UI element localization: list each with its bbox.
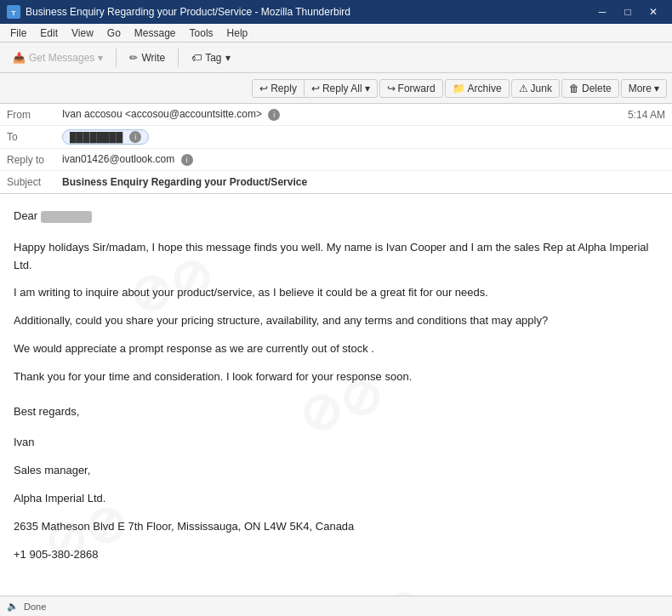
status-speaker-icon: 🔈 bbox=[7, 601, 19, 612]
to-recipient-box: ████████ i bbox=[62, 129, 149, 145]
to-value: ████████ i bbox=[62, 129, 665, 145]
from-label: From bbox=[7, 109, 62, 121]
more-label: More bbox=[629, 83, 652, 94]
from-info-icon[interactable]: i bbox=[268, 109, 280, 121]
delete-button[interactable]: 🗑 Delete bbox=[561, 79, 619, 98]
titlebar: T Business Enquiry Regarding your Produc… bbox=[0, 0, 672, 24]
reply-all-icon: ↩ bbox=[311, 83, 320, 94]
email-body-3: Additionally, could you share your prici… bbox=[14, 312, 658, 330]
menu-view[interactable]: View bbox=[65, 26, 100, 41]
tag-dropdown-icon: ▾ bbox=[225, 52, 231, 64]
maximize-button[interactable]: □ bbox=[616, 3, 640, 20]
email-headers: From Ivan accosou <accosou@accountsitte.… bbox=[0, 104, 672, 194]
email-time: 5:14 AM bbox=[628, 109, 665, 121]
replyto-info-icon[interactable]: i bbox=[181, 154, 193, 166]
more-dropdown-icon: ▾ bbox=[654, 83, 659, 94]
signature-phone: +1 905-380-2868 bbox=[14, 546, 658, 564]
reply-all-label: Reply All bbox=[322, 83, 362, 94]
actionbar: ↩ Reply ↩ Reply All ▾ ↪ Forward 📁 Archiv… bbox=[0, 73, 672, 104]
from-value: Ivan accosou <accosou@accountsitte.com> … bbox=[62, 108, 628, 121]
junk-button[interactable]: ⚠ Junk bbox=[511, 79, 560, 98]
forward-label: Forward bbox=[398, 83, 436, 94]
menu-message[interactable]: Message bbox=[128, 26, 183, 41]
recipient-name-blurred bbox=[41, 211, 92, 223]
to-info-icon[interactable]: i bbox=[129, 131, 141, 143]
forward-icon: ↪ bbox=[387, 83, 396, 94]
menu-go[interactable]: Go bbox=[100, 26, 128, 41]
toolbar-separator-1 bbox=[116, 48, 117, 67]
signature-address: 2635 Matheson Blvd E 7th Floor, Mississa… bbox=[14, 518, 658, 536]
window-controls: ─ □ ✕ bbox=[590, 3, 665, 20]
reply-group: ↩ Reply ↩ Reply All ▾ bbox=[252, 79, 377, 98]
get-messages-dropdown-icon: ▾ bbox=[98, 52, 103, 64]
signature-title: Sales manager, bbox=[14, 462, 658, 480]
menu-edit[interactable]: Edit bbox=[33, 26, 65, 41]
more-button[interactable]: More ▾ bbox=[621, 79, 667, 98]
archive-icon: 📁 bbox=[453, 83, 465, 94]
app-window: T Business Enquiry Regarding your Produc… bbox=[0, 0, 672, 616]
replyto-text: ivan01426@outlook.com bbox=[62, 153, 174, 165]
tag-button[interactable]: 🏷 Tag ▾ bbox=[184, 48, 237, 68]
reply-icon: ↩ bbox=[259, 83, 268, 94]
signature-company: Alpha Imperial Ltd. bbox=[14, 490, 658, 508]
reply-all-button[interactable]: ↩ Reply All ▾ bbox=[304, 80, 377, 97]
email-body-5: Thank you for your time and consideratio… bbox=[14, 368, 658, 386]
menu-file[interactable]: File bbox=[3, 26, 33, 41]
get-messages-label: Get Messages bbox=[29, 52, 94, 64]
forward-button[interactable]: ↪ Forward bbox=[379, 79, 443, 98]
titlebar-left: T Business Enquiry Regarding your Produc… bbox=[7, 5, 350, 19]
from-text: Ivan accosou <accosou@accountsitte.com> bbox=[62, 108, 262, 120]
toolbar-separator-2 bbox=[178, 48, 179, 67]
email-body-2: I am writing to inquire about your produ… bbox=[14, 284, 658, 302]
delete-icon: 🗑 bbox=[569, 83, 579, 94]
tag-label: Tag bbox=[205, 52, 221, 64]
archive-button[interactable]: 📁 Archive bbox=[445, 79, 510, 98]
reply-all-dropdown-icon: ▾ bbox=[365, 83, 370, 94]
watermark-4: ⊘⊘ bbox=[329, 565, 437, 596]
to-recipient-text: ████████ bbox=[70, 132, 122, 142]
from-row: From Ivan accosou <accosou@accountsitte.… bbox=[0, 104, 672, 126]
replyto-row: Reply to ivan01426@outlook.com i bbox=[0, 149, 672, 171]
signature-name: Ivan bbox=[14, 434, 658, 452]
reply-button[interactable]: ↩ Reply bbox=[253, 80, 304, 97]
statusbar: 🔈 Done bbox=[0, 596, 672, 616]
subject-row: Subject Business Enquiry Regarding your … bbox=[0, 171, 672, 193]
close-button[interactable]: ✕ bbox=[641, 3, 665, 20]
toolbar: 📥 Get Messages ▾ ✏ Write 🏷 Tag ▾ bbox=[0, 43, 672, 73]
junk-label: Junk bbox=[531, 83, 552, 94]
replyto-value: ivan01426@outlook.com i bbox=[62, 153, 665, 166]
write-button[interactable]: ✏ Write bbox=[122, 48, 173, 68]
to-label: To bbox=[7, 131, 62, 143]
email-body: ⊘⊘ ⊘⊘ ⊘⊘ ⊘⊘ Dear Happy holidays Sir/mada… bbox=[0, 194, 672, 596]
replyto-label: Reply to bbox=[7, 154, 62, 166]
write-label: Write bbox=[141, 52, 165, 64]
archive-label: Archive bbox=[468, 83, 502, 94]
email-body-4: We would appreciate a prompt response as… bbox=[14, 340, 658, 358]
menu-help[interactable]: Help bbox=[220, 26, 255, 41]
menu-tools[interactable]: Tools bbox=[183, 26, 220, 41]
tag-icon: 🏷 bbox=[191, 52, 202, 64]
window-title: Business Enquiry Regarding your Product/… bbox=[26, 6, 350, 18]
reply-label: Reply bbox=[271, 83, 297, 94]
menubar: File Edit View Go Message Tools Help bbox=[0, 24, 672, 43]
minimize-button[interactable]: ─ bbox=[590, 3, 614, 20]
write-icon: ✏ bbox=[129, 52, 138, 64]
junk-icon: ⚠ bbox=[519, 83, 528, 94]
email-closing: Best regards, bbox=[14, 403, 658, 421]
delete-label: Delete bbox=[582, 83, 612, 94]
subject-value: Business Enquiry Regarding your Product/… bbox=[62, 176, 665, 188]
email-greeting: Dear bbox=[14, 208, 658, 225]
get-messages-icon: 📥 bbox=[13, 52, 26, 64]
greeting-text: Dear bbox=[14, 209, 37, 222]
status-text: Done bbox=[24, 602, 46, 612]
subject-label: Subject bbox=[7, 176, 62, 188]
app-icon: T bbox=[7, 5, 20, 19]
get-messages-button[interactable]: 📥 Get Messages ▾ bbox=[5, 48, 111, 68]
email-body-1: Happy holidays Sir/madam, I hope this me… bbox=[14, 239, 658, 275]
to-row: To ████████ i bbox=[0, 126, 672, 149]
svg-text:T: T bbox=[12, 9, 16, 17]
